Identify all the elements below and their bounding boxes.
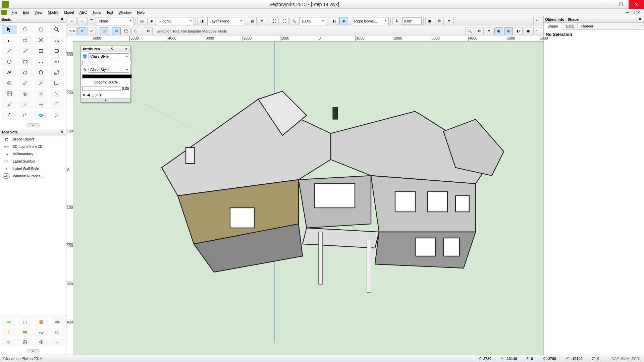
class-dropdown[interactable]: None <box>97 17 134 25</box>
tab-data[interactable]: Data <box>562 23 578 29</box>
pen-style-dropdown[interactable]: Class Style <box>89 67 129 73</box>
standard-view-dropdown[interactable]: Right Isome... <box>352 17 389 25</box>
cat-custom[interactable] <box>50 338 65 347</box>
maximize-button[interactable]: ☐ <box>613 0 629 9</box>
oval-tool[interactable] <box>18 57 32 66</box>
display-3d-button[interactable]: ⊞ <box>504 27 513 35</box>
cat-3d[interactable] <box>50 328 65 337</box>
render-settings-button[interactable]: ⚙ <box>435 17 444 25</box>
basic-panel-close[interactable]: ✕ <box>59 17 65 21</box>
split-tool[interactable] <box>50 89 64 99</box>
toolsets-collapse-toggle[interactable]: ▼ <box>26 349 40 353</box>
menu-text[interactable]: Text <box>104 10 116 15</box>
render-mode-button[interactable]: ▣ <box>425 17 434 25</box>
toolset-label-symbol[interactable]: ⬚Label Symbol <box>0 158 66 165</box>
display-screen-button[interactable]: ▣ <box>524 27 532 35</box>
tab-render[interactable]: Render <box>578 23 597 29</box>
mode-single-select[interactable]: ↗ <box>77 27 86 35</box>
cat-visualization[interactable] <box>34 338 49 347</box>
layer-visibility-button[interactable]: ◈ <box>147 17 156 25</box>
selection-tool[interactable] <box>2 25 16 34</box>
mode-prefs[interactable]: ⚙ <box>144 27 153 35</box>
magic-wand-tool[interactable] <box>34 78 48 88</box>
plane-dropdown[interactable]: Layer Plane <box>207 17 244 25</box>
reshape-tool[interactable] <box>50 36 64 45</box>
cat-furniture[interactable] <box>50 318 65 326</box>
rotate-plan-button[interactable]: ↻ <box>392 17 401 25</box>
mode-multi-select[interactable]: ⤢ <box>87 27 96 35</box>
trim-tool[interactable] <box>18 100 32 109</box>
thickness-preview[interactable] <box>82 86 121 91</box>
cat-gear[interactable] <box>17 338 32 347</box>
toolset-ht2boundary[interactable]: ↘ht2boundary <box>0 150 66 158</box>
doc-restore-button[interactable]: ❐ <box>631 10 635 14</box>
layer-options-button[interactable]: ▤ <box>138 17 146 25</box>
cat-building[interactable] <box>17 318 32 326</box>
mirror-tool[interactable] <box>34 36 48 45</box>
cat-walls[interactable] <box>17 328 32 337</box>
nav-forward-button[interactable]: → <box>77 17 86 25</box>
fit-page-button[interactable]: ⛶ <box>270 17 279 25</box>
rounded-rect-tool[interactable] <box>50 46 64 56</box>
menu-window[interactable]: Window <box>116 10 134 15</box>
rectangle-tool[interactable] <box>34 46 48 56</box>
xray-button[interactable]: 🔍 <box>465 27 474 35</box>
attribute-mapping-tool[interactable] <box>2 89 16 99</box>
settings-gear-button[interactable]: ⚙ <box>475 27 484 35</box>
fit-objects-button[interactable]: ⛶ <box>280 17 288 25</box>
freehand-tool[interactable] <box>50 57 64 66</box>
menu-tools[interactable]: Tools <box>90 10 104 15</box>
nav-back-button[interactable]: ← <box>68 17 76 25</box>
clip-tool[interactable] <box>34 89 48 99</box>
marker-link-icon[interactable]: ⬚ <box>91 93 94 97</box>
doc-close-button[interactable]: ✕ <box>637 10 641 14</box>
polyline-tool[interactable] <box>2 68 16 77</box>
attributes-pin-icon[interactable]: ⇱ <box>110 47 114 51</box>
object-info-expand-button[interactable]: ⋯ <box>636 23 644 29</box>
display-color-button[interactable]: ◐ <box>514 27 523 35</box>
saved-views-dd[interactable]: ▾ <box>258 17 266 25</box>
arc-tool[interactable] <box>34 57 48 66</box>
menu-help[interactable]: Help <box>134 10 147 15</box>
line-tool[interactable] <box>2 46 16 56</box>
pen-color-swatch[interactable] <box>82 74 132 78</box>
toolset-brace-object[interactable]: ⊏Brace Object <box>0 135 66 143</box>
unified-view-button[interactable]: ◧ <box>330 17 338 25</box>
flyover-tool[interactable] <box>34 25 48 34</box>
drawing-canvas[interactable]: Attributes ⇱ ✕ 🪣 Class Style ✎ <box>73 42 543 355</box>
menu-aec[interactable]: AEC <box>77 10 90 15</box>
locus-tool[interactable] <box>50 78 64 88</box>
doc-minimize-button[interactable]: — <box>625 10 630 14</box>
pen-icon[interactable]: ✎ <box>82 67 88 72</box>
fill-bucket-icon[interactable]: 🪣 <box>82 54 88 59</box>
class-options-button[interactable]: ☰ <box>87 17 96 25</box>
cat-site[interactable] <box>34 328 49 337</box>
extend-tool[interactable] <box>34 100 48 109</box>
multiview-button[interactable]: ◈ <box>339 17 348 25</box>
rotate-tool[interactable] <box>18 36 32 45</box>
mode-rect-marquee[interactable]: ▭ <box>112 27 121 35</box>
mode-quick-prefs[interactable]: ⋯ <box>533 27 542 35</box>
mode-cursor[interactable]: ↖✕ <box>68 27 76 35</box>
mode-lasso[interactable]: ◯ <box>122 27 130 35</box>
mode-snap-loupe[interactable]: ⊡ <box>100 27 108 35</box>
menu-file[interactable]: File <box>9 10 20 15</box>
text-tool[interactable]: T <box>2 36 16 45</box>
cat-dims[interactable] <box>1 318 16 326</box>
marker-start-dd[interactable]: ▼ <box>82 93 86 97</box>
pan-tool[interactable] <box>18 25 32 34</box>
cat-machine[interactable] <box>1 338 16 347</box>
toolset-label-wall-style[interactable]: ↕Label Wall Style <box>0 165 66 172</box>
regular-poly-tool[interactable] <box>34 68 48 77</box>
polygon-tool[interactable] <box>18 68 32 77</box>
menu-view[interactable]: View <box>32 10 45 15</box>
rotation-angle-input[interactable] <box>402 17 422 25</box>
spiral-tool-2[interactable] <box>2 78 16 88</box>
toolset-3d-locus[interactable]: text3D Locus from 2D... <box>0 143 66 150</box>
minimize-button[interactable]: — <box>598 0 613 9</box>
menu-modify[interactable]: Modify <box>45 10 61 15</box>
attributes-panel[interactable]: Attributes ⇱ ✕ 🪣 Class Style ✎ <box>80 46 131 103</box>
connect-tool[interactable] <box>2 100 16 109</box>
fill-color-swatch[interactable] <box>82 61 132 65</box>
eyedropper-tool[interactable] <box>18 78 32 88</box>
